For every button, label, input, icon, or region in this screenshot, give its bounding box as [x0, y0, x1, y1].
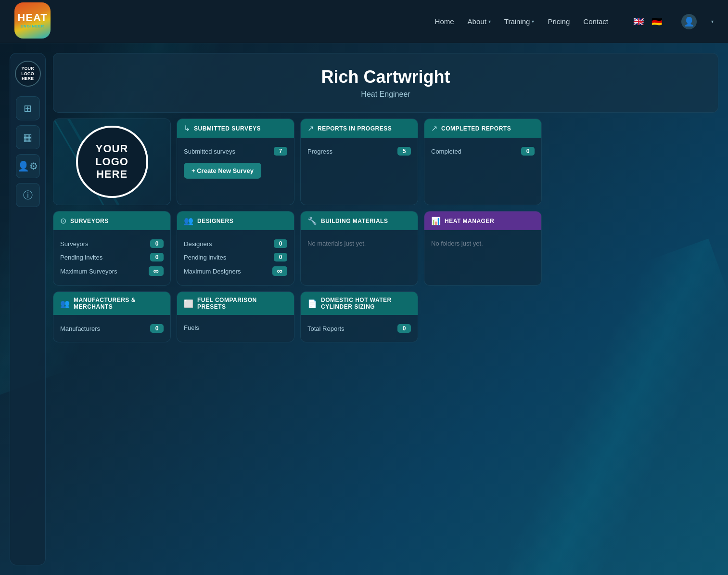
- logo-engineer-text: ENGINEER: [21, 24, 45, 28]
- nav-about[interactable]: About ▾: [468, 17, 491, 26]
- navbar-logo-area: HEAT ENGINEER: [14, 2, 53, 41]
- surveyors-card: ⊙ SURVEYORS Surveyors 0 Pending invites …: [53, 211, 171, 286]
- reports-in-progress-title: REPORTS IN PROGRESS: [318, 125, 392, 132]
- designers-row: Designers 0: [184, 237, 287, 250]
- submitted-surveys-header: ↳ SUBMITTED SURVEYS: [177, 119, 294, 138]
- sidebar-item-dashboard[interactable]: ⊞: [16, 96, 40, 120]
- manufacturers-badge: 0: [150, 324, 164, 333]
- users-gear-icon: 👤⚙: [17, 160, 38, 172]
- sidebar-item-info[interactable]: ⓘ: [16, 183, 40, 207]
- main-nav: Home About ▾ Training ▾ Pricing Contact …: [435, 14, 714, 29]
- fuel-comparison-icon: ⬜: [184, 299, 193, 308]
- designers-header: 👥 DESIGNERS: [177, 211, 294, 230]
- surveyors-row: Surveyors 0: [60, 237, 164, 250]
- completed-row: Completed 0: [431, 144, 535, 158]
- building-materials-body: No materials just yet.: [301, 230, 418, 257]
- flag-uk[interactable]: 🇬🇧: [631, 14, 646, 29]
- sidebar-logo-text: YOURLOGOHERE: [21, 66, 34, 81]
- manufacturers-row: Manufacturers 0: [60, 322, 164, 335]
- row3-placeholder: [424, 291, 542, 342]
- fuel-comparison-body: Fuels: [177, 315, 294, 340]
- sidebar-item-users[interactable]: 👤⚙: [16, 154, 40, 178]
- heat-manager-card: 📊 HEAT MANAGER No folders just yet.: [424, 211, 542, 286]
- total-reports-label: Total Reports: [307, 325, 345, 332]
- training-dropdown-arrow: ▾: [532, 19, 534, 24]
- logo-heat-text: HEAT: [17, 13, 47, 23]
- manufacturers-body: Manufacturers 0: [53, 315, 170, 342]
- domestic-hot-water-body: Total Reports 0: [301, 315, 418, 342]
- total-reports-row: Total Reports 0: [307, 322, 411, 335]
- designers-title: DESIGNERS: [197, 218, 233, 224]
- user-dropdown-arrow[interactable]: ▾: [711, 19, 714, 24]
- manufacturers-header: 👥 MANUFACTURERS & MERCHANTS: [53, 292, 170, 315]
- nav-contact[interactable]: Contact: [583, 17, 608, 26]
- manufacturers-label: Manufacturers: [60, 325, 100, 332]
- manufacturers-card: 👥 MANUFACTURERS & MERCHANTS Manufacturer…: [53, 291, 171, 342]
- completed-reports-title: COMPLETED REPORTS: [441, 125, 511, 132]
- building-materials-card: 🔧 BUILDING MATERIALS No materials just y…: [300, 211, 418, 286]
- nav-training[interactable]: Training ▾: [504, 17, 535, 26]
- designers-badge: 0: [274, 239, 287, 248]
- fuel-comparison-header: ⬜ FUEL COMPARISON PRESETS: [177, 292, 294, 315]
- flag-de[interactable]: 🇩🇪: [650, 14, 664, 29]
- designers-pending-row: Pending invites 0: [184, 250, 287, 264]
- surveyors-pending-badge: 0: [150, 253, 164, 261]
- fuel-comparison-title: FUEL COMPARISON PRESETS: [197, 297, 287, 310]
- fuel-comparison-card: ⬜ FUEL COMPARISON PRESETS Fuels: [177, 291, 294, 342]
- surveyors-header: ⊙ SURVEYORS: [53, 211, 170, 230]
- designers-card: 👥 DESIGNERS Designers 0 Pending invites …: [177, 211, 294, 286]
- app-logo[interactable]: HEAT ENGINEER: [14, 2, 51, 39]
- info-circle-icon: ⓘ: [23, 189, 33, 202]
- surveyors-title: SURVEYORS: [70, 218, 109, 224]
- progress-row: Progress 5: [307, 144, 411, 158]
- heat-manager-body: No folders just yet.: [424, 230, 541, 257]
- surveyors-label: Surveyors: [60, 240, 89, 248]
- surveyors-icon: ⊙: [60, 216, 66, 225]
- surveyors-badge: 0: [150, 239, 164, 248]
- heat-manager-empty: No folders just yet.: [431, 237, 535, 250]
- profile-subtitle: Heat Engineer: [68, 90, 703, 99]
- completed-badge: 0: [521, 147, 535, 156]
- manufacturers-title: MANUFACTURERS & MERCHANTS: [74, 297, 164, 310]
- surveyors-max-row: Maximum Surveyors ∞: [60, 264, 164, 278]
- designers-label: Designers: [184, 240, 212, 248]
- designers-pending-label: Pending invites: [184, 254, 226, 261]
- building-materials-icon: 🔧: [307, 216, 317, 225]
- designers-body: Designers 0 Pending invites 0 Maximum De…: [177, 230, 294, 285]
- submitted-surveys-badge: 7: [274, 147, 287, 156]
- surveyors-max-label: Maximum Surveyors: [60, 268, 117, 275]
- total-reports-badge: 0: [397, 324, 411, 333]
- sidebar-logo[interactable]: YOURLOGOHERE: [15, 61, 41, 87]
- reports-in-progress-body: Progress 5: [301, 138, 418, 165]
- designers-max-badge: ∞: [272, 266, 287, 276]
- create-new-survey-button[interactable]: + Create New Survey: [184, 163, 261, 179]
- profile-header: Rich Cartwright Heat Engineer: [53, 53, 718, 113]
- logo-card[interactable]: YOURLOGOHERE: [53, 118, 171, 205]
- dashboard-row-3: 👥 MANUFACTURERS & MERCHANTS Manufacturer…: [53, 291, 718, 342]
- submitted-surveys-label: Submitted surveys: [184, 148, 235, 155]
- surveyors-body: Surveyors 0 Pending invites 0 Maximum Su…: [53, 230, 170, 285]
- designers-max-label: Maximum Designers: [184, 268, 241, 275]
- building-materials-title: BUILDING MATERIALS: [321, 218, 388, 224]
- chart-bar-icon: ▦: [23, 131, 32, 143]
- reports-in-progress-card: ↗ REPORTS IN PROGRESS Progress 5: [300, 118, 418, 205]
- sidebar: YOURLOGOHERE ⊞ ▦ 👤⚙ ⓘ: [10, 53, 46, 565]
- designers-icon: 👥: [184, 216, 193, 225]
- sidebar-item-charts[interactable]: ▦: [16, 125, 40, 149]
- heat-manager-title: HEAT MANAGER: [445, 218, 494, 224]
- completed-header-icon: ↗: [431, 124, 437, 133]
- building-materials-header: 🔧 BUILDING MATERIALS: [301, 211, 418, 230]
- heat-manager-icon: 📊: [431, 216, 441, 225]
- completed-label: Completed: [431, 148, 461, 155]
- about-dropdown-arrow: ▾: [488, 19, 491, 24]
- surveyors-pending-label: Pending invites: [60, 254, 102, 261]
- designers-max-row: Maximum Designers ∞: [184, 264, 287, 278]
- dashboard-row-1: YOURLOGOHERE ↳ SUBMITTED SURVEYS Submitt…: [53, 118, 718, 205]
- submitted-surveys-body: Submitted surveys 7 + Create New Survey: [177, 138, 294, 185]
- nav-pricing[interactable]: Pricing: [548, 17, 570, 26]
- nav-home[interactable]: Home: [435, 17, 454, 26]
- user-avatar-icon[interactable]: 👤: [681, 14, 697, 29]
- dashboard-icon: ⊞: [24, 103, 32, 114]
- reports-in-progress-header: ↗ REPORTS IN PROGRESS: [301, 119, 418, 138]
- domestic-hot-water-icon: 📄: [307, 299, 317, 308]
